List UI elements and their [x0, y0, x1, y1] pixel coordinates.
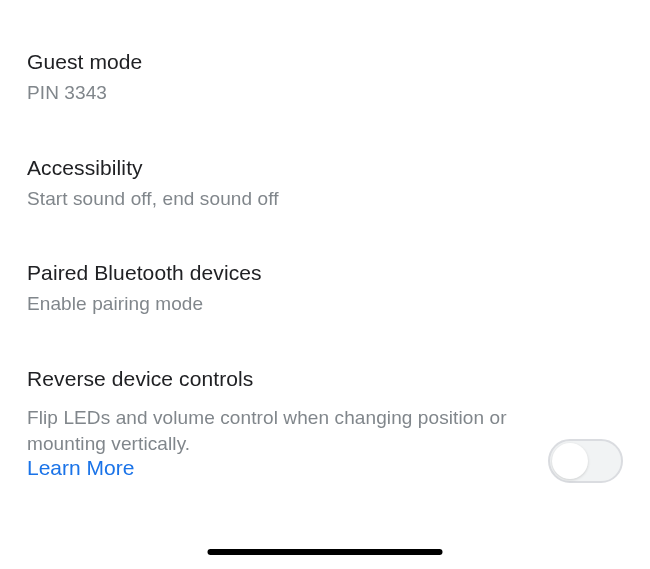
setting-item-paired-bluetooth[interactable]: Paired Bluetooth devices Enable pairing … — [27, 261, 623, 317]
setting-item-accessibility[interactable]: Accessibility Start sound off, end sound… — [27, 156, 623, 212]
reverse-controls-toggle[interactable] — [548, 439, 623, 483]
setting-title: Guest mode — [27, 50, 623, 74]
setting-item-reverse-controls: Reverse device controls Flip LEDs and vo… — [27, 367, 623, 480]
toggle-knob — [552, 443, 588, 479]
setting-title: Paired Bluetooth devices — [27, 261, 623, 285]
setting-subtitle: PIN 3343 — [27, 80, 623, 106]
setting-subtitle: Start sound off, end sound off — [27, 186, 623, 212]
learn-more-link[interactable]: Learn More — [27, 456, 134, 480]
home-indicator[interactable] — [208, 549, 443, 555]
settings-list: Guest mode PIN 3343 Accessibility Start … — [0, 0, 650, 480]
setting-title: Accessibility — [27, 156, 623, 180]
setting-subtitle: Flip LEDs and volume control when changi… — [27, 397, 517, 456]
setting-title: Reverse device controls — [27, 367, 623, 391]
setting-subtitle: Enable pairing mode — [27, 291, 623, 317]
setting-item-guest-mode[interactable]: Guest mode PIN 3343 — [27, 50, 623, 106]
